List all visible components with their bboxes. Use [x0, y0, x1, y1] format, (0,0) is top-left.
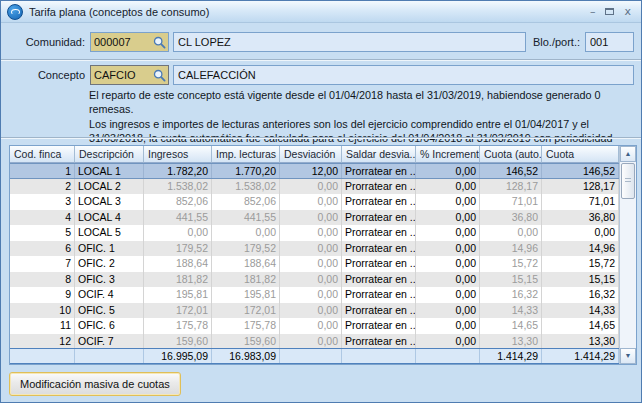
cell[interactable]: 13,30 — [480, 334, 542, 349]
cell[interactable]: Prorratear en ... — [342, 303, 416, 319]
cell[interactable]: 14,65 — [542, 318, 619, 334]
cell[interactable]: OCIF. 4 — [75, 287, 144, 303]
table-row-10[interactable]: 10OFIC. 5172,01172,010,00Prorratear en .… — [10, 303, 619, 319]
cell[interactable]: 4 — [10, 210, 75, 226]
cell[interactable]: 14,33 — [542, 303, 619, 319]
cell[interactable]: 0,00 — [416, 210, 480, 226]
cell[interactable]: 14,96 — [480, 241, 542, 257]
cell[interactable]: 0,00 — [416, 194, 480, 210]
cell[interactable]: 15,72 — [480, 256, 542, 272]
cell[interactable]: 71,01 — [480, 194, 542, 210]
cell[interactable]: Prorratear en ... — [342, 179, 416, 195]
cell[interactable]: Prorratear en ... — [342, 256, 416, 272]
cell[interactable]: 159,60 — [212, 334, 280, 349]
cell[interactable]: Prorratear en ... — [342, 210, 416, 226]
table-row-5[interactable]: 5LOCAL 50,000,000,00Prorratear en ...0,0… — [10, 225, 619, 241]
cell[interactable]: 9 — [10, 287, 75, 303]
cell[interactable]: 0,00 — [280, 272, 342, 288]
cell[interactable]: 11 — [10, 318, 75, 334]
cell[interactable]: 172,01 — [212, 303, 280, 319]
cell[interactable]: Prorratear en ... — [342, 272, 416, 288]
table-row-1[interactable]: 1LOCAL 11.782,201.770,2012,00Prorratear … — [10, 163, 619, 179]
column-header-0[interactable]: Cod. finca — [10, 146, 75, 163]
mass-quota-modification-button[interactable]: Modificación masiva de cuotas — [9, 372, 181, 396]
cell[interactable]: 0,00 — [280, 194, 342, 210]
cell[interactable]: 181,82 — [212, 272, 280, 288]
cell[interactable]: 0,00 — [212, 225, 280, 241]
column-header-8[interactable]: Cuota — [542, 146, 619, 163]
cell[interactable]: OCIF. 7 — [75, 334, 144, 349]
cell[interactable]: 0,00 — [144, 225, 212, 241]
scroll-down-icon[interactable]: ▼ — [620, 348, 636, 364]
cell[interactable]: 0,00 — [280, 179, 342, 195]
cell[interactable]: 0,00 — [416, 303, 480, 319]
cell[interactable]: 36,80 — [480, 210, 542, 226]
close-icon[interactable]: x — [624, 6, 631, 17]
cell[interactable]: Prorratear en ... — [342, 241, 416, 257]
cell[interactable]: OFIC. 6 — [75, 318, 144, 334]
cell[interactable]: 175,78 — [144, 318, 212, 334]
table-row-6[interactable]: 6OFIC. 1179,52179,520,00Prorratear en ..… — [10, 241, 619, 257]
cell[interactable]: 0,00 — [416, 334, 480, 349]
cell[interactable]: OFIC. 2 — [75, 256, 144, 272]
cell[interactable]: 179,52 — [212, 241, 280, 257]
cell[interactable]: Prorratear en ... — [342, 318, 416, 334]
search-icon[interactable] — [153, 69, 166, 82]
column-header-3[interactable]: Imp. lecturas — [212, 146, 280, 163]
concepto-code-input[interactable] — [91, 69, 153, 81]
cell[interactable]: 159,60 — [144, 334, 212, 349]
cell[interactable]: 195,81 — [212, 287, 280, 303]
cell[interactable]: 10 — [10, 303, 75, 319]
cell[interactable]: LOCAL 1 — [75, 164, 144, 178]
cell[interactable]: Prorratear en ... — [342, 287, 416, 303]
cell[interactable]: 15,72 — [542, 256, 619, 272]
cell[interactable]: 3 — [10, 194, 75, 210]
column-header-1[interactable]: Descripción — [75, 146, 144, 163]
cell[interactable]: 5 — [10, 225, 75, 241]
cell[interactable]: 0,00 — [280, 210, 342, 226]
cell[interactable]: 0,00 — [416, 318, 480, 334]
cell[interactable]: 1 — [10, 164, 75, 178]
cell[interactable]: 146,52 — [480, 164, 542, 178]
cell[interactable]: OFIC. 1 — [75, 241, 144, 257]
cell[interactable]: 0,00 — [280, 303, 342, 319]
table-row-9[interactable]: 9OCIF. 4195,81195,810,00Prorratear en ..… — [10, 287, 619, 303]
cell[interactable]: 0,00 — [416, 179, 480, 195]
cell[interactable]: 14,33 — [480, 303, 542, 319]
cell[interactable]: 8 — [10, 272, 75, 288]
cell[interactable]: 16,32 — [542, 287, 619, 303]
cell[interactable]: 1.538,02 — [144, 179, 212, 195]
cell[interactable]: LOCAL 5 — [75, 225, 144, 241]
cell[interactable]: 188,64 — [144, 256, 212, 272]
cell[interactable]: 1.538,02 — [212, 179, 280, 195]
cell[interactable]: 179,52 — [144, 241, 212, 257]
table-row-4[interactable]: 4LOCAL 4441,55441,550,00Prorratear en ..… — [10, 210, 619, 226]
cell[interactable]: 7 — [10, 256, 75, 272]
cell[interactable]: 441,55 — [212, 210, 280, 226]
cell[interactable]: Prorratear en ... — [342, 164, 416, 178]
cell[interactable]: 0,00 — [416, 272, 480, 288]
cell[interactable]: 0,00 — [280, 225, 342, 241]
cell[interactable]: 195,81 — [144, 287, 212, 303]
cell[interactable]: Prorratear en ... — [342, 194, 416, 210]
cell[interactable]: 0,00 — [280, 318, 342, 334]
cell[interactable]: 0,00 — [416, 256, 480, 272]
column-header-5[interactable]: Saldar desvia... — [342, 146, 416, 163]
cell[interactable]: 36,80 — [542, 210, 619, 226]
comunidad-name-input[interactable] — [173, 32, 526, 52]
cell[interactable]: 15,15 — [542, 272, 619, 288]
table-row-7[interactable]: 7OFIC. 2188,64188,640,00Prorratear en ..… — [10, 256, 619, 272]
cell[interactable]: 2 — [10, 179, 75, 195]
cell[interactable]: 0,00 — [416, 164, 480, 178]
cell[interactable]: 852,06 — [144, 194, 212, 210]
cell[interactable]: 0,00 — [280, 241, 342, 257]
cell[interactable]: 1.782,20 — [144, 164, 212, 178]
scrollbar-track[interactable] — [620, 200, 636, 348]
cell[interactable]: LOCAL 3 — [75, 194, 144, 210]
cell[interactable]: 12,00 — [280, 164, 342, 178]
cell[interactable]: 852,06 — [212, 194, 280, 210]
table-row-11[interactable]: 11OFIC. 6175,78175,780,00Prorratear en .… — [10, 318, 619, 334]
cell[interactable]: 6 — [10, 241, 75, 257]
scroll-up-icon[interactable]: ▲ — [620, 146, 636, 162]
column-header-7[interactable]: Cuota (auto.) — [480, 146, 542, 163]
